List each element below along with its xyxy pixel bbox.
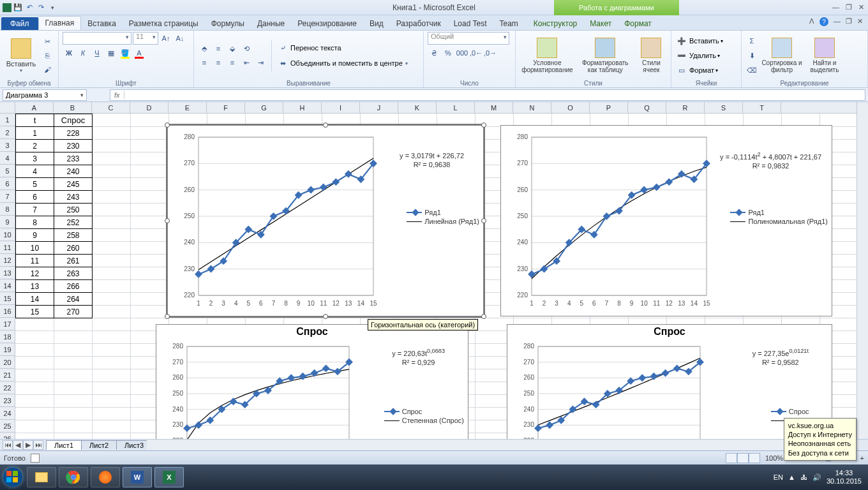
row-header[interactable]: 26 [0, 433, 15, 439]
macro-record-icon[interactable] [31, 454, 40, 463]
row-header[interactable]: 8 [0, 203, 15, 216]
col-header[interactable]: C [92, 102, 130, 113]
font-size-combo[interactable]: 11 [133, 32, 158, 45]
horizontal-scrollbar[interactable] [147, 439, 857, 450]
restore-icon[interactable]: ❐ [846, 3, 852, 11]
row-header[interactable]: 25 [0, 420, 15, 433]
row-header[interactable]: 3 [0, 139, 15, 152]
chart-plot[interactable]: 2202302402502602702801234567891011121314… [507, 132, 712, 311]
fx-icon[interactable]: fx [110, 91, 124, 99]
row-header[interactable]: 24 [0, 407, 15, 420]
chart-plot[interactable]: 2202302402502602702801234567891011121314… [163, 341, 354, 439]
legend-item[interactable]: Спрос [384, 408, 464, 415]
row-header[interactable]: 23 [0, 394, 15, 407]
legend-item[interactable]: Линейная (Ряд1) [407, 218, 479, 225]
tab-insert[interactable]: Вставка [81, 17, 123, 30]
indent-dec-icon[interactable]: ⇤ [240, 56, 253, 69]
format-painter-icon[interactable]: 🖌 [41, 63, 54, 76]
row-header[interactable]: 20 [0, 356, 15, 369]
tab-loadtest[interactable]: Load Test [447, 17, 493, 30]
zoom-in-icon[interactable]: + [860, 454, 864, 462]
tab-page-layout[interactable]: Разметка страницы [123, 17, 205, 30]
legend-item[interactable]: Спрос [771, 408, 828, 415]
delete-cells-button[interactable]: ➖Удалить▾ [675, 49, 723, 62]
col-header[interactable]: G [245, 102, 283, 113]
save-icon[interactable]: 💾 [13, 3, 23, 13]
col-header[interactable]: J [360, 102, 398, 113]
minimize-icon[interactable]: — [832, 3, 839, 11]
percent-icon[interactable]: % [442, 47, 454, 59]
sheet-tab[interactable]: Лист2 [81, 440, 117, 450]
minimize-ribbon-icon[interactable]: ᐱ [809, 17, 814, 26]
col-header[interactable]: I [322, 102, 360, 113]
insert-cells-button[interactable]: ➕Вставить▾ [675, 34, 723, 47]
chart-title[interactable]: Спрос [507, 326, 832, 338]
legend-item[interactable]: Полиномиальная (Ряд1) [730, 218, 828, 225]
fill-icon[interactable]: ⬇ [745, 49, 758, 62]
align-bottom-icon[interactable]: ⬙ [226, 42, 239, 55]
row-header[interactable]: 16 [0, 305, 15, 318]
row-header[interactable]: 9 [0, 216, 15, 228]
col-header[interactable]: P [590, 102, 628, 113]
redo-icon[interactable]: ↷ [36, 3, 46, 13]
paste-button[interactable]: Вставить ▾ [4, 38, 38, 73]
merge-center-button[interactable]: ⬌Объединить и поместить в центре▾ [276, 57, 408, 70]
tab-home[interactable]: Главная [38, 16, 82, 30]
taskbar-word[interactable]: W [123, 467, 152, 487]
legend-item[interactable]: Ряд1 [407, 209, 479, 216]
border-icon[interactable]: ▦ [105, 47, 117, 59]
row-header[interactable]: 10 [0, 228, 15, 241]
col-header[interactable]: O [551, 102, 590, 113]
tray-language[interactable]: EN [774, 473, 783, 481]
align-middle-icon[interactable]: ≡ [212, 42, 225, 55]
sort-filter-button[interactable]: Сортировка и фильтр [761, 38, 803, 73]
indent-inc-icon[interactable]: ⇥ [254, 56, 267, 69]
col-header[interactable]: H [283, 102, 322, 113]
row-header[interactable]: 13 [0, 267, 15, 279]
col-header[interactable]: E [168, 102, 207, 113]
tab-formulas[interactable]: Формулы [205, 17, 251, 30]
wrap-text-button[interactable]: ⤶Перенос текста [276, 41, 408, 54]
inc-decimal-icon[interactable]: ,0← [470, 47, 483, 59]
orientation-icon[interactable]: ⟲ [240, 42, 253, 55]
row-header[interactable]: 7 [0, 190, 15, 203]
col-header[interactable]: M [475, 102, 513, 113]
bold-button[interactable]: Ж [63, 47, 75, 59]
chart-1-linear[interactable]: y = 3,0179t + 226,72 R² = 0,9638 Ряд1 Ли… [167, 125, 484, 316]
row-header[interactable]: 6 [0, 177, 15, 190]
row-header[interactable]: 1 [0, 114, 15, 126]
formula-bar[interactable]: fx [110, 89, 865, 101]
row-header[interactable]: 4 [0, 152, 15, 165]
col-header[interactable]: N [513, 102, 551, 113]
row-header[interactable]: 21 [0, 369, 15, 382]
tab-developer[interactable]: Разработчик [390, 17, 447, 30]
font-color-icon[interactable]: A [133, 47, 146, 59]
chart-plot[interactable]: 2202302402502602702801234567891011121314… [174, 132, 378, 311]
tray-volume-icon[interactable]: 🔊 [812, 473, 821, 482]
name-box[interactable]: Диаграмма 3▾ [3, 89, 87, 101]
cell-styles-button[interactable]: Стили ячеек [636, 38, 667, 73]
row-header[interactable]: 19 [0, 343, 15, 356]
start-button[interactable] [0, 464, 26, 490]
conditional-formatting-button[interactable]: Условное форматирование [520, 38, 575, 73]
format-cells-button[interactable]: ▭Формат▾ [675, 64, 723, 77]
taskbar-chrome[interactable] [59, 467, 88, 487]
col-header[interactable]: S [705, 102, 743, 113]
number-format-combo[interactable]: Общий [428, 32, 509, 45]
cut-icon[interactable]: ✂ [41, 35, 54, 48]
col-header[interactable]: B [54, 102, 92, 113]
row-header[interactable]: 12 [0, 254, 15, 267]
close-icon[interactable]: ✕ [858, 3, 864, 11]
tab-view[interactable]: Вид [363, 17, 390, 30]
align-top-icon[interactable]: ⬘ [198, 42, 211, 55]
tray-network-icon[interactable]: 🖧 [800, 473, 807, 481]
tab-format[interactable]: Формат [618, 17, 658, 30]
copy-icon[interactable]: ⎘ [41, 49, 54, 62]
grow-font-icon[interactable]: A↑ [160, 32, 172, 45]
col-header[interactable]: F [207, 102, 245, 113]
tab-review[interactable]: Рецензирование [291, 17, 363, 30]
col-header[interactable]: D [130, 102, 168, 113]
align-center-icon[interactable]: ≡ [212, 56, 225, 69]
find-select-button[interactable]: Найти и выделить [805, 38, 844, 73]
window-restore-icon[interactable]: ❐ [846, 17, 852, 26]
